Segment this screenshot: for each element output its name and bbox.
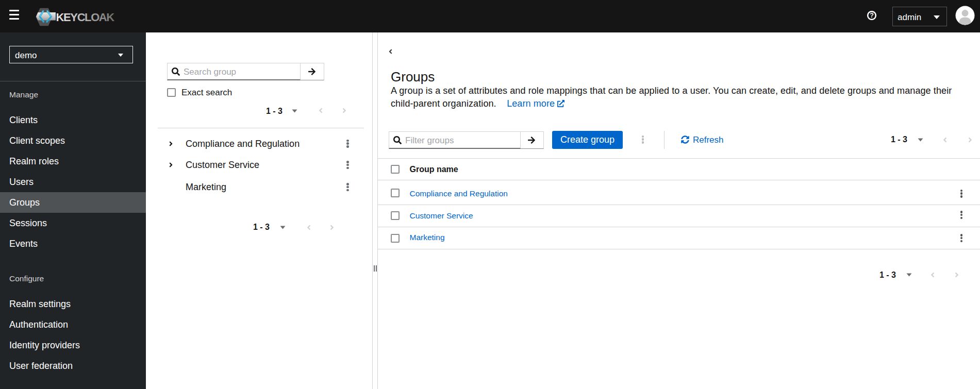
- svg-text:KEYCLOAK: KEYCLOAK: [56, 11, 115, 24]
- svg-text:?: ?: [870, 12, 874, 19]
